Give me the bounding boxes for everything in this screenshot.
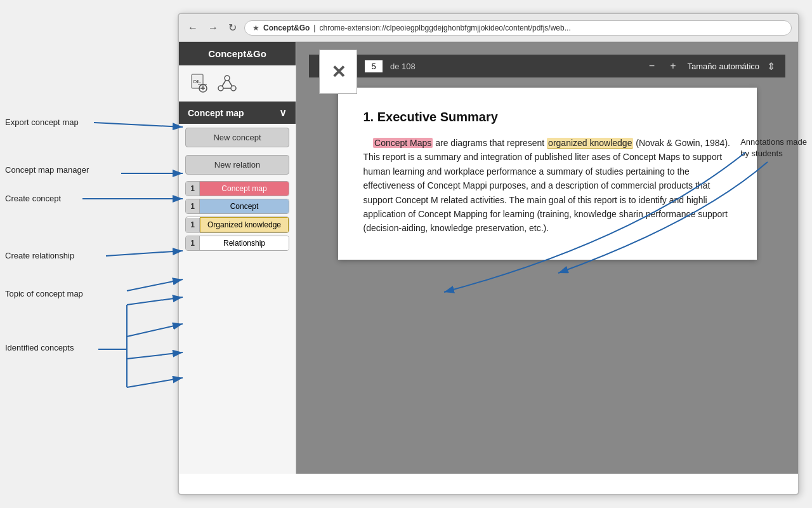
svg-point-7 (218, 86, 223, 91)
svg-line-17 (127, 279, 183, 291)
main-area: Concept&Go OIL (179, 42, 798, 474)
concept-label: Concept (200, 199, 289, 213)
zoom-out-button[interactable]: − (645, 59, 658, 73)
app-name: Concept&Go (179, 42, 296, 65)
pdf-thumbnail: ✕ (319, 50, 357, 94)
new-concept-button[interactable]: New concept (185, 128, 289, 147)
svg-point-6 (225, 76, 230, 81)
url-separator: | (313, 23, 315, 32)
svg-line-13 (94, 123, 183, 127)
favicon-icon: ★ (252, 23, 259, 32)
url-path: chrome-extension://clpeoiegplbggdejghonb… (319, 23, 570, 32)
highlight-organized-knowledge: organized knowledge (547, 138, 633, 149)
concept-badge: 1 (186, 236, 200, 250)
new-relation-button[interactable]: New relation (185, 155, 289, 175)
url-bar[interactable]: ★ Concept&Go | chrome-extension://clpeoi… (244, 20, 792, 36)
concept-label: Organized knowledge (200, 217, 289, 232)
url-site: Concept&Go (263, 23, 310, 32)
concept-label: Relationship (200, 236, 289, 250)
sidebar-icons: OIL (179, 65, 296, 102)
svg-line-23 (127, 378, 183, 387)
refresh-button[interactable]: ↻ (226, 20, 239, 35)
svg-line-22 (127, 352, 183, 359)
zoom-label: Tamaño automático (688, 62, 759, 71)
svg-point-8 (231, 86, 236, 91)
concept-item-organized-knowledge[interactable]: 1 Organized knowledge (185, 217, 289, 233)
thumbnail-x: ✕ (331, 62, 346, 83)
pdf-content: ✕ de 108 − + Tamaño automático ⇕ 1. Exec… (296, 42, 798, 474)
zoom-icon: ⇕ (767, 60, 775, 72)
forward-button[interactable]: → (206, 21, 221, 35)
annotations-made-label: Annotations madeby students (740, 137, 807, 159)
concept-map-label: Concept map (188, 108, 244, 118)
back-button[interactable]: ← (185, 21, 200, 35)
svg-line-10 (228, 80, 232, 86)
pdf-toolbar: ✕ de 108 − + Tamaño automático ⇕ (309, 55, 785, 77)
identified-concepts-label: Identified concepts (5, 343, 74, 352)
zoom-in-button[interactable]: + (666, 59, 679, 73)
highlight-concept-maps: Concept Maps (373, 138, 433, 148)
chevron-down-icon: ∨ (279, 107, 287, 119)
concept-map-dropdown[interactable]: Concept map ∨ (179, 102, 296, 124)
svg-line-20 (127, 297, 183, 305)
concept-map-manager-label: Concept map manager (5, 165, 89, 175)
concept-item-relationship[interactable]: 1 Relationship (185, 236, 289, 251)
create-concept-label: Create concept (5, 194, 61, 203)
pdf-heading: 1. Executive Summary (363, 107, 731, 127)
sidebar: Concept&Go OIL (179, 42, 296, 474)
concept-badge: 1 (186, 182, 200, 196)
page-number-input[interactable] (365, 60, 383, 72)
svg-text:OIL: OIL (193, 79, 201, 84)
browser-window: ← → ↻ ★ Concept&Go | chrome-extension://… (178, 13, 799, 495)
network-icon[interactable] (216, 72, 239, 95)
create-relationship-label: Create relationship (5, 251, 74, 260)
concept-label: Concept map (200, 182, 289, 196)
svg-line-16 (106, 251, 183, 256)
concept-item-concept-map[interactable]: 1 Concept map (185, 181, 289, 196)
browser-chrome: ← → ↻ ★ Concept&Go | chrome-extension://… (179, 14, 798, 42)
export-icon[interactable]: OIL (188, 72, 211, 95)
topic-of-concept-map-label: Topic of concept map (5, 289, 83, 298)
concept-badge: 1 (186, 199, 200, 213)
svg-line-9 (222, 80, 226, 86)
svg-line-21 (127, 324, 183, 337)
export-concept-map-label: Export concept map (5, 117, 79, 127)
pdf-paragraph: Concept Maps are diagrams that represent… (363, 136, 731, 236)
page-total: de 108 (390, 62, 416, 71)
concept-item-concept[interactable]: 1 Concept (185, 199, 289, 214)
concept-badge: 1 (186, 218, 200, 232)
pdf-page: 1. Executive Summary Concept Maps are di… (338, 88, 757, 260)
concept-list: 1 Concept map 1 Concept 1 Organized know… (185, 181, 289, 251)
